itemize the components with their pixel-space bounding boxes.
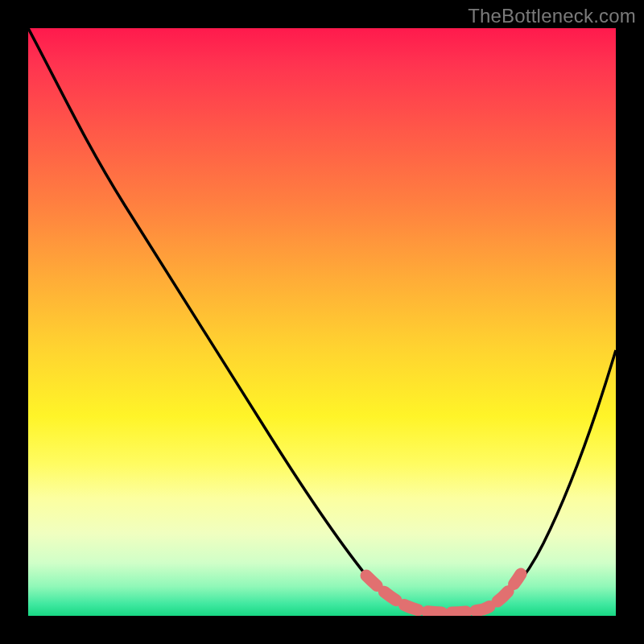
curve-path [28, 28, 616, 613]
chart-frame: TheBottleneck.com [0, 0, 644, 644]
plot-area [28, 28, 616, 616]
bottleneck-curve [28, 28, 616, 616]
watermark-text: TheBottleneck.com [468, 5, 636, 27]
optimal-zone-highlight [366, 574, 521, 613]
